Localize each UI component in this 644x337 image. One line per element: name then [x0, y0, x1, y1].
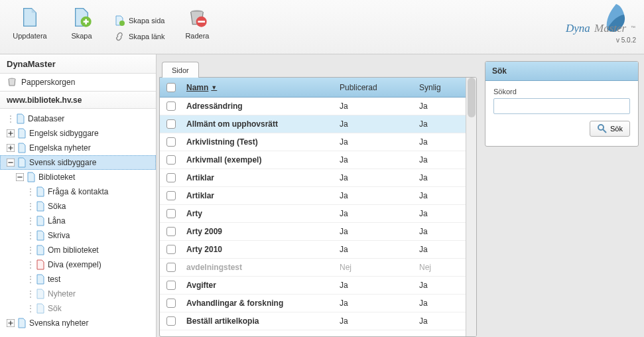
- row-checkbox[interactable]: [166, 209, 176, 218]
- expand-icon[interactable]: [7, 319, 15, 327]
- cell-name: Arkivlistning (Test): [186, 137, 340, 147]
- table-row[interactable]: ArtiklarJaJa: [160, 187, 466, 205]
- tab-pages[interactable]: Sidor: [162, 62, 199, 78]
- cell-name: Artiklar: [186, 173, 340, 182]
- table-row[interactable]: avdelningstestNejNej: [160, 259, 466, 277]
- page-icon: [35, 245, 46, 255]
- table-row[interactable]: Arkivlistning (Test)JaJa: [160, 133, 466, 151]
- svg-text:Master: Master: [594, 22, 627, 34]
- table-row[interactable]: Allmänt om upphovsrättJaJa: [160, 115, 466, 133]
- collapse-icon[interactable]: [16, 173, 24, 181]
- tree-item-library[interactable]: Biblioteket: [0, 170, 156, 184]
- row-checkbox[interactable]: [166, 263, 176, 272]
- cell-visible: Ja: [419, 155, 459, 165]
- sidebar-trash-label: Papperskorgen: [21, 78, 75, 87]
- row-checkbox[interactable]: [166, 281, 176, 290]
- row-checkbox[interactable]: [166, 101, 176, 111]
- tree-item-sv-builder[interactable]: Svensk sidbyggare: [0, 155, 156, 170]
- search-panel: Sök Sökord Sök: [485, 61, 639, 147]
- tree-item-loan[interactable]: ⋮Låna: [0, 214, 156, 228]
- row-checkbox[interactable]: [166, 137, 176, 147]
- page-icon: [35, 289, 46, 299]
- create-page-label: Skapa sida: [129, 17, 164, 25]
- create-button[interactable]: Skapa: [56, 3, 107, 54]
- tree-item-databases[interactable]: ⋮ Databaser: [0, 111, 156, 126]
- table-row[interactable]: Arkivmall (exempel)JaJa: [160, 151, 466, 169]
- cell-published: Ja: [340, 227, 419, 236]
- create-page-button[interactable]: Skapa sida: [114, 15, 164, 26]
- top-toolbar: Uppdatera Skapa Skapa sida Skapa länk Ra…: [0, 0, 644, 54]
- cell-published: Ja: [340, 316, 419, 326]
- cell-name: Arkivmall (exempel): [186, 155, 340, 165]
- tree-item-eng-news[interactable]: Engelska nyheter: [0, 141, 156, 155]
- page-icon: [35, 274, 46, 285]
- cell-published: Nej: [340, 263, 419, 272]
- select-all-checkbox[interactable]: [166, 83, 176, 92]
- search-button[interactable]: Sök: [590, 121, 630, 137]
- cell-visible: Ja: [419, 101, 459, 111]
- cell-visible: Ja: [419, 137, 459, 147]
- table-row[interactable]: ArtiklarJaJa: [160, 169, 466, 187]
- table-row[interactable]: Avhandlingar & forskningJaJa: [160, 295, 466, 312]
- refresh-button[interactable]: Uppdatera: [4, 3, 56, 54]
- content-area: Sidor Namn ▼ Publicerad Synlig: [157, 54, 644, 337]
- tree-item-eng-builder[interactable]: Engelsk sidbyggare: [0, 126, 156, 141]
- collapse-icon[interactable]: [7, 159, 15, 167]
- trash-icon: [186, 7, 208, 28]
- row-checkbox[interactable]: [166, 245, 176, 254]
- row-checkbox[interactable]: [166, 316, 176, 326]
- create-link-button[interactable]: Skapa länk: [114, 31, 164, 42]
- page-icon: [17, 143, 27, 153]
- table-row[interactable]: Beställ artikelkopiaJaJa: [160, 312, 466, 330]
- row-checkbox[interactable]: [166, 299, 176, 308]
- cell-name: Arty 2009: [186, 227, 340, 236]
- column-header-visible[interactable]: Synlig: [419, 83, 459, 92]
- row-checkbox[interactable]: [166, 155, 176, 165]
- row-checkbox[interactable]: [166, 173, 176, 182]
- row-checkbox[interactable]: [166, 227, 176, 236]
- page-icon: [26, 172, 36, 182]
- cell-visible: Ja: [419, 299, 459, 308]
- delete-button[interactable]: Radera: [171, 3, 223, 54]
- page-plus-icon: [71, 7, 92, 28]
- tree-item-sok[interactable]: ⋮Sök: [0, 301, 156, 316]
- tree-item-search[interactable]: ⋮Söka: [0, 199, 156, 214]
- cell-published: Ja: [340, 191, 419, 200]
- cell-visible: Nej: [419, 263, 459, 272]
- column-header-published[interactable]: Publicerad: [340, 83, 419, 92]
- tree-item-sv-news[interactable]: Svenska nyheter: [0, 316, 156, 330]
- tree-item-test[interactable]: ⋮test: [0, 272, 156, 287]
- table-header-row: Namn ▼ Publicerad Synlig: [160, 78, 466, 98]
- svg-text:™: ™: [631, 25, 635, 30]
- table-row[interactable]: ArtyJaJa: [160, 205, 466, 223]
- cell-visible: Ja: [419, 227, 459, 236]
- sidebar-item-trash[interactable]: Papperskorgen: [0, 74, 156, 91]
- sidebar: DynaMaster Papperskorgen www.bibliotek.h…: [0, 54, 157, 337]
- table-row[interactable]: Arty 2009JaJa: [160, 223, 466, 241]
- pages-table: Namn ▼ Publicerad Synlig AdressändringJa…: [160, 78, 466, 336]
- expand-icon[interactable]: [7, 129, 15, 137]
- scrollbar-thumb[interactable]: [468, 78, 476, 117]
- column-header-name[interactable]: Namn ▼: [186, 83, 340, 92]
- tree-item-news[interactable]: ⋮Nyheter: [0, 287, 156, 301]
- expand-icon[interactable]: [7, 144, 15, 152]
- search-input[interactable]: [493, 98, 630, 114]
- page-icon: [35, 303, 46, 314]
- vertical-scrollbar[interactable]: [466, 78, 476, 336]
- row-checkbox[interactable]: [166, 119, 176, 129]
- cell-published: Ja: [340, 155, 419, 165]
- table-row[interactable]: Arty 2010JaJa: [160, 241, 466, 259]
- tree-item-ask[interactable]: ⋮Fråga & kontakta: [0, 184, 156, 199]
- cell-visible: Ja: [419, 173, 459, 182]
- row-checkbox[interactable]: [166, 191, 176, 200]
- tree-item-write[interactable]: ⋮Skriva: [0, 228, 156, 243]
- table-row[interactable]: AdressändringJaJa: [160, 98, 466, 115]
- table-row[interactable]: AvgifterJaJa: [160, 277, 466, 295]
- cell-name: Adressändring: [186, 101, 340, 111]
- cell-name: Beställ artikelkopia: [186, 316, 340, 326]
- create-link-label: Skapa länk: [129, 33, 164, 40]
- tree-item-diva[interactable]: ⋮Diva (exempel): [0, 257, 156, 272]
- page-icon: [17, 318, 27, 328]
- tree-item-about[interactable]: ⋮Om biblioteket: [0, 243, 156, 257]
- cell-published: Ja: [340, 119, 419, 129]
